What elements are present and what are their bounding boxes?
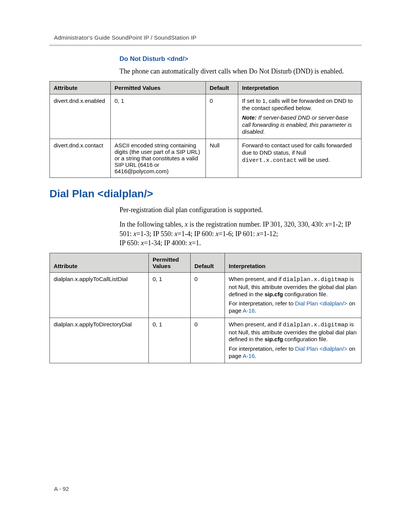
cell-interp: When present, and if dialplan.x.digitmap… [225, 318, 362, 363]
note-mid: is the registration number. IP 301, 320,… [188, 220, 325, 228]
p2-pre: For interpretation, refer to [229, 345, 295, 352]
table-row: divert.dnd.x.contact ASCII encoded strin… [50, 139, 362, 178]
dnd-heading: Do Not Disturb <dnd/> [119, 55, 362, 63]
var-x: x [175, 230, 178, 238]
cell-interp: When present, and if dialplan.x.digitmap… [225, 273, 362, 318]
var-x: x [325, 220, 328, 228]
page-ref-link[interactable]: A-16 [243, 307, 255, 314]
cell-def: 0 [206, 94, 238, 139]
interp-text: Forward-to contact used for calls forwar… [242, 142, 357, 164]
seg: =1-34; IP 4000: [144, 239, 189, 247]
p2-pre: For interpretation, refer to [229, 300, 295, 307]
cell-vals: 0, 1 [149, 273, 191, 318]
seg: =1. [192, 239, 201, 247]
seg: =1-6; IP 601: [218, 230, 256, 238]
p1-post: configuration file. [283, 336, 328, 342]
p1-bold: sip.cfg [264, 291, 283, 297]
table-row: dialplan.x.applyToCallListDial 0, 1 0 Wh… [50, 273, 362, 318]
cell-attr: divert.dnd.x.enabled [50, 94, 111, 139]
interp-pre: Forward-to contact used for calls forwar… [242, 142, 352, 156]
table-header-row: Attribute Permitted Values Default Inter… [50, 81, 362, 94]
interp-post: will be used. [297, 157, 330, 163]
col-permitted-values: Permitted Values [149, 253, 191, 273]
col-attribute: Attribute [50, 253, 149, 273]
table-row: divert.dnd.x.enabled 0, 1 0 If set to 1,… [50, 94, 362, 139]
note-pre: In the following tables, [119, 220, 185, 228]
dialplan-xref-link[interactable]: Dial Plan <dialplan/> [295, 345, 347, 352]
cell-vals: ASCII encoded string containing digits (… [111, 139, 206, 178]
col-interpretation: Interpretation [238, 81, 362, 94]
col-interpretation: Interpretation [225, 253, 362, 273]
note-body: If server-based DND or server-base call … [242, 114, 352, 135]
cell-vals: 0, 1 [111, 94, 206, 139]
cell-def: 0 [191, 273, 225, 318]
col-default: Default [206, 81, 238, 94]
cell-attr: dialplan.x.applyToCallListDial [50, 273, 149, 318]
var-x: x [134, 230, 137, 238]
col-default: Default [191, 253, 225, 273]
p1-post: configuration file. [283, 291, 328, 297]
cell-def: Null [206, 139, 238, 178]
dialplan-table: Attribute Permitted Values Default Inter… [49, 253, 362, 363]
col-permitted-values: Permitted Values [111, 81, 206, 94]
line2-pre: IP 650: [119, 239, 141, 247]
cell-interp: Forward-to contact used for calls forwar… [238, 139, 362, 178]
dialplan-heading: Dial Plan <dialplan/> [49, 188, 362, 200]
p2-post: . [255, 353, 256, 359]
table-header-row: Attribute Permitted Values Default Inter… [50, 253, 362, 273]
p2-post: . [255, 307, 256, 314]
seg: =1-3; IP 550: [137, 230, 175, 238]
p1-pre: When present, and if [229, 321, 283, 328]
p1-code: dialplan.x.digitmap [283, 322, 348, 328]
interp-code: divert.x.contact [242, 157, 297, 164]
page-number: A - 92 [54, 486, 69, 492]
running-head: Administrator's Guide SoundPoint IP / So… [54, 34, 362, 41]
interp-note: Note: If server-based DND or server-base… [242, 114, 357, 136]
interp-ref: For interpretation, refer to Dial Plan <… [229, 345, 357, 360]
dialplan-note: In the following tables, x is the regist… [119, 220, 362, 248]
interp-ref: For interpretation, refer to Dial Plan <… [229, 300, 357, 315]
p1-bold: sip.cfg [264, 336, 283, 342]
seg: =1-4; IP 600: [178, 230, 216, 238]
cell-vals: 0, 1 [149, 318, 191, 363]
p1-code: dialplan.x.digitmap [283, 276, 348, 283]
interp-text: When present, and if dialplan.x.digitmap… [229, 321, 357, 343]
cell-attr: divert.dnd.x.contact [50, 139, 111, 178]
dnd-table: Attribute Permitted Values Default Inter… [49, 81, 362, 178]
interp-text: When present, and if dialplan.x.digitmap… [229, 276, 357, 298]
page-ref-link[interactable]: A-16 [243, 353, 255, 359]
header-rule [49, 45, 362, 46]
cell-def: 0 [191, 318, 225, 363]
cell-attr: dialplan.x.applyToDirectoryDial [50, 318, 149, 363]
note-label: Note: [242, 114, 256, 121]
col-attribute: Attribute [50, 81, 111, 94]
table-row: dialplan.x.applyToDirectoryDial 0, 1 0 W… [50, 318, 362, 363]
interp-text: If set to 1, calls will be forwarded on … [242, 97, 357, 112]
dialplan-xref-link[interactable]: Dial Plan <dialplan/> [295, 300, 347, 307]
cell-interp: If set to 1, calls will be forwarded on … [238, 94, 362, 139]
p1-pre: When present, and if [229, 276, 283, 282]
dnd-intro: The phone can automatically divert calls… [119, 67, 362, 76]
dialplan-intro: Per-registration dial plan configuration… [119, 205, 362, 214]
seg: =1-12; [260, 230, 278, 238]
